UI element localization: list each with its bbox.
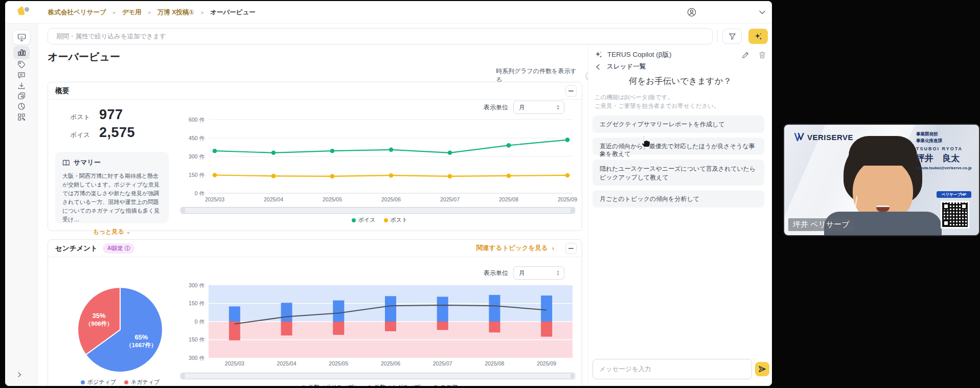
presenter-section: 事業化推進課	[916, 138, 980, 144]
legend-item: ネガティブ	[124, 378, 159, 386]
legend-item: ポジティブ	[81, 378, 116, 386]
stat-posts: ポスト 977	[66, 107, 123, 123]
svg-text:2025/09: 2025/09	[537, 360, 556, 367]
unit-select[interactable]: 月 ▲▼	[513, 266, 564, 280]
presenter-name-jp: 坪井 良太	[916, 152, 980, 164]
svg-text:150 件: 150 件	[189, 300, 204, 306]
select-chevrons-icon: ▲▼	[556, 104, 560, 110]
suggestion-hidden-usecases[interactable]: 隠れたユースケースやニーズについて言及されていたらピックアップして教えて	[592, 159, 764, 186]
breadcrumb-current: オーバービュー	[210, 8, 256, 17]
legend-item: 件数（ネガティブ）	[368, 383, 425, 386]
sentiment-chart-legend: 件数（ポジティブ）件数（ネガティブ）スコア	[179, 383, 580, 386]
paper-plane-icon	[758, 365, 766, 373]
sentiment-collapse-button[interactable]	[565, 243, 577, 254]
app-window: 株式会社ベリサーブ ＞ デモ用 ＞ 万博 X投稿① ＞ オーバービュー	[5, 1, 772, 386]
sentiment-bar-chart: 300 件150 件0 件150 件300 件2025/032025/04202…	[179, 283, 580, 367]
svg-text:0 件: 0 件	[195, 318, 205, 325]
breadcrumb-org[interactable]: 株式会社ベリサーブ	[48, 8, 106, 17]
sparkles-icon	[595, 51, 603, 59]
stat-voices: ボイス 2,575	[66, 125, 135, 141]
breadcrumb-separator-icon: ＞	[199, 9, 205, 16]
suggestion-exec-summary[interactable]: エグゼクティブサマリーレポートを作成して	[592, 116, 764, 133]
copilot-send-button[interactable]	[755, 362, 769, 376]
sidebar-expand-chevron-icon[interactable]	[11, 368, 28, 381]
sentiment-card-header: センチメント AI設定ⓘ 関連するトピックを見る›	[48, 240, 582, 257]
svg-text:2025/03: 2025/03	[205, 196, 224, 202]
breadcrumb-dataset[interactable]: 万博 X投稿①	[157, 8, 194, 17]
summary-more-link[interactable]: もっと見る ⌄	[62, 227, 162, 236]
copilot-beta-note: この機能はβ(ベータ)版です。 ご意見・ご要望を担当者までお寄せください。	[595, 93, 719, 111]
filter-funnel-button[interactable]	[722, 29, 742, 44]
sentiment-card-title: センチメント	[55, 244, 98, 253]
chevron-down-icon: ⌄	[126, 228, 131, 235]
unit-label: 表示単位	[484, 103, 508, 112]
unit-select[interactable]: 月 ▲▼	[513, 101, 564, 114]
svg-text:2025/08: 2025/08	[499, 196, 518, 202]
stat-voices-value: 2,575	[99, 125, 135, 141]
presenter-dept: 事業開発部	[916, 131, 980, 138]
trash-icon[interactable]	[759, 51, 766, 59]
webcam-overlay: VERISERVE 事業開発部 事業化推進課 TSUBOI RYOTA 坪井 良…	[783, 124, 980, 236]
copilot-title: TERUS Copilot (β版)	[607, 50, 672, 59]
svg-text:300 件: 300 件	[189, 355, 204, 361]
svg-text:600 件: 600 件	[189, 117, 204, 123]
svg-text:35%: 35%	[93, 312, 106, 319]
svg-text:300 件: 300 件	[189, 283, 204, 288]
info-icon: ⓘ	[125, 245, 130, 252]
svg-text:2025/07: 2025/07	[433, 360, 452, 367]
overview-trend-chart: 600 件450 件300 件150 件0 件2025/032025/04202…	[179, 116, 580, 206]
edit-pencil-icon[interactable]	[742, 51, 749, 59]
speaker-caption: 坪井 ベリサーブ	[788, 218, 854, 231]
svg-text:2025/06: 2025/06	[381, 360, 400, 367]
veriserve-brand-text: VERISERVE	[807, 133, 853, 142]
svg-text:300 件: 300 件	[189, 153, 204, 159]
svg-text:150 件: 150 件	[189, 336, 204, 343]
book-icon	[62, 159, 70, 166]
sidebar-item-presentation[interactable]	[12, 30, 31, 45]
chevron-left-icon	[596, 64, 600, 70]
user-avatar-icon[interactable]	[687, 8, 696, 17]
filter-input[interactable]: 期間・属性で絞り込みを追加できます	[48, 28, 713, 44]
sentiment-pie-legend: ポジティブネガティブ	[59, 378, 181, 386]
legend-item: ポスト	[384, 216, 408, 224]
svg-text:2025/09: 2025/09	[558, 196, 577, 202]
veriserve-hp-badge: ベリサーブHP	[937, 191, 971, 198]
mouse-cursor-hand	[639, 135, 652, 149]
svg-text:150 件: 150 件	[189, 172, 204, 178]
overview-chart-scrollbar[interactable]	[180, 207, 575, 214]
copilot-sparkle-button[interactable]	[748, 29, 768, 44]
copilot-message-input[interactable]: メッセージを入力	[592, 359, 752, 379]
select-chevrons-icon: ▲▼	[556, 270, 560, 276]
suggestion-recent-trends[interactable]: 直近の傾向から、最優先で対応したほうが良さそうな事象を教えて	[592, 138, 764, 155]
thread-list-link[interactable]: スレッド一覧	[596, 62, 646, 71]
breadcrumb-project[interactable]: デモ用	[122, 8, 142, 17]
sentiment-chart-scrollbar[interactable]	[180, 373, 575, 379]
copilot-heading: 何をお手伝いできますか？	[588, 76, 772, 87]
qr-code	[941, 201, 969, 229]
svg-text:2025/04: 2025/04	[264, 196, 283, 202]
legend-item: ボイス	[352, 216, 376, 224]
breadcrumb-separator-icon: ＞	[147, 9, 152, 16]
summary-box: サマリー 大阪・関西万博に対する期待感と懸念が交錯しています。ポジティブな意見で…	[55, 152, 169, 223]
stat-posts-label: ポスト	[66, 113, 90, 122]
svg-text:2025/08: 2025/08	[485, 360, 504, 367]
sentiment-pie-chart: 65%（1667件）35%（908件）	[72, 280, 169, 377]
summary-title: サマリー	[74, 158, 101, 167]
svg-text:2025/05: 2025/05	[329, 360, 348, 367]
related-topics-link[interactable]: 関連するトピックを見る›	[476, 244, 554, 253]
sidebar-item-apps-grid[interactable]	[13, 110, 30, 124]
overview-collapse-button[interactable]	[565, 85, 577, 97]
presenter-name-en: TSUBOI RYOTA	[916, 146, 980, 151]
app-logo-icon[interactable]	[16, 6, 31, 19]
suggestion-monthly-topics[interactable]: 月ごとのトピックの傾向を分析して	[592, 190, 764, 208]
window-chevron-down-icon[interactable]	[759, 10, 766, 15]
ai-settings-badge[interactable]: AI設定ⓘ	[103, 243, 134, 254]
svg-text:2025/04: 2025/04	[277, 360, 297, 367]
veriserve-mark-icon	[794, 133, 805, 142]
stat-voices-label: ボイス	[66, 131, 90, 140]
overview-card-title: 概要	[55, 86, 69, 96]
sidebar	[5, 24, 38, 386]
summary-text: 大阪・関西万博に対する期待感と懸念が交錯しています。ポジティブな意見では万博の楽…	[62, 172, 162, 224]
divider	[717, 30, 718, 42]
presenter-info: 事業開発部 事業化推進課 TSUBOI RYOTA 坪井 良太 ryouta.t…	[916, 131, 980, 170]
